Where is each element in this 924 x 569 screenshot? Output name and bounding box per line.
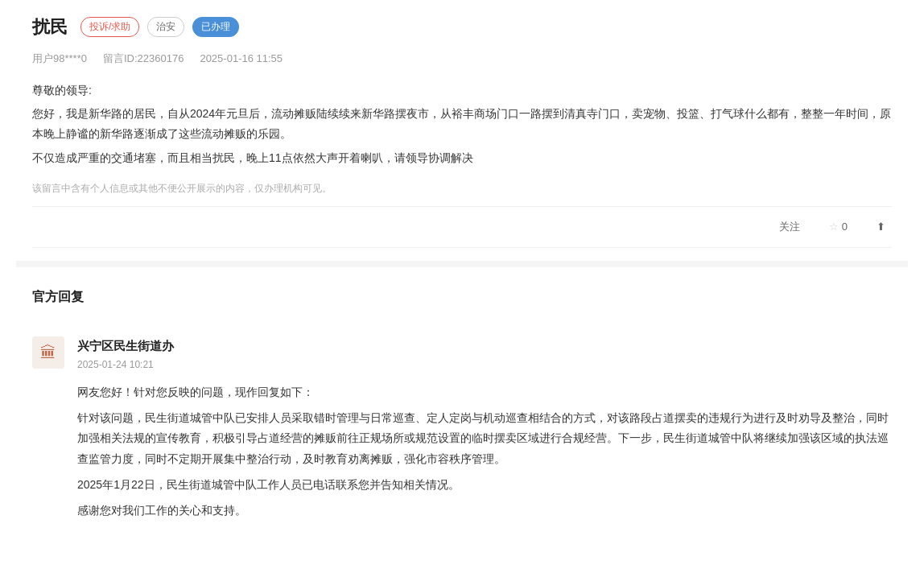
post-body: 尊敬的领导: 您好，我是新华路的居民，自从2024年元旦后，流动摊贩陆续续来新华…	[32, 80, 892, 168]
post-greeting: 尊敬的领导:	[32, 80, 892, 101]
share-button[interactable]: ⬆	[870, 217, 892, 236]
follow-button[interactable]: 关注	[773, 216, 806, 237]
share-icon: ⬆	[877, 221, 885, 233]
reply-paragraph2: 2025年1月22日，民生街道城管中队工作人员已电话联系您并告知相关情况。	[77, 475, 892, 496]
reply-section: 官方回复 🏛 兴宁区民生街道办 2025-01-24 10:21 网友您好！针对…	[16, 287, 908, 539]
post-paragraph2: 不仅造成严重的交通堵塞，而且相当扰民，晚上11点依然大声开着喇叭，请领导协调解决	[32, 148, 892, 168]
post-paragraph1: 您好，我是新华路的居民，自从2024年元旦后，流动摊贩陆续续来新华路摆夜市，从裕…	[32, 104, 892, 144]
post-datetime: 2025-01-16 11:55	[200, 51, 283, 68]
reply-greeting: 网友您好！针对您反映的问题，现作回复如下：	[77, 382, 892, 403]
reply-section-title: 官方回复	[32, 287, 892, 307]
star-icon: ☆	[829, 221, 839, 233]
post-private-note: 该留言中含有个人信息或其他不便公开展示的内容，仅办理机构可见。	[32, 181, 892, 196]
post-user: 用户98****0	[32, 51, 87, 68]
post-section: 扰民 投诉/求助 治安 已办理 用户98****0 留言ID:22360176 …	[16, 0, 908, 248]
reply-paragraph1: 针对该问题，民生街道城管中队已安排人员采取错时管理与日常巡查、定人定岗与机动巡查…	[77, 408, 892, 471]
tag-complaint[interactable]: 投诉/求助	[80, 17, 139, 37]
reply-avatar: 🏛	[32, 336, 64, 369]
post-meta: 用户98****0 留言ID:22360176 2025-01-16 11:55	[32, 51, 892, 68]
section-divider	[16, 261, 908, 267]
post-header: 扰民 投诉/求助 治安 已办理	[32, 13, 892, 41]
reply-author: 兴宁区民生街道办	[77, 336, 892, 356]
org-avatar-icon: 🏛	[32, 336, 64, 369]
reply-paragraph3: 感谢您对我们工作的关心和支持。	[77, 501, 892, 522]
reply-content: 兴宁区民生街道办 2025-01-24 10:21 网友您好！针对您反映的问题，…	[77, 336, 892, 527]
tag-done[interactable]: 已办理	[192, 17, 239, 37]
post-message-id: 留言ID:22360176	[103, 51, 184, 68]
reply-card: 🏛 兴宁区民生街道办 2025-01-24 10:21 网友您好！针对您反映的问…	[32, 324, 892, 540]
post-actions: 关注 ☆ 0 ⬆	[32, 206, 892, 248]
star-count: 0	[842, 221, 848, 233]
tag-security[interactable]: 治安	[147, 17, 184, 37]
star-button[interactable]: ☆ 0	[823, 217, 854, 236]
reply-time: 2025-01-24 10:21	[77, 357, 892, 373]
post-title: 扰民	[32, 13, 68, 41]
reply-body: 网友您好！针对您反映的问题，现作回复如下： 针对该问题，民生街道城管中队已安排人…	[77, 382, 892, 522]
